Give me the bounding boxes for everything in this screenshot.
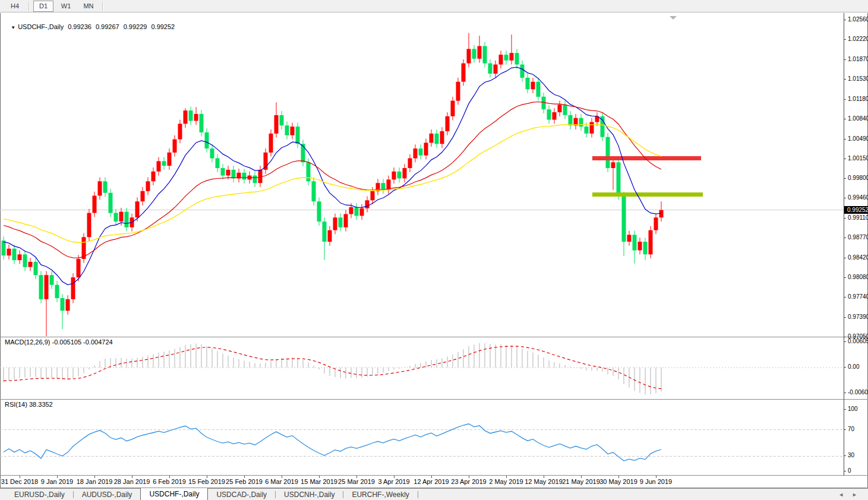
axis-label: 0.97740 [848, 293, 868, 300]
axis-label: 1.00150 [848, 155, 868, 162]
date-label: 25 Mar 2019 [338, 478, 375, 485]
axis-label: 0.99800 [848, 175, 868, 182]
macd-histogram [4, 343, 661, 395]
tab-scroll-right-button[interactable]: ► [852, 492, 857, 498]
symbol-title: USDCHF-,Daily [18, 23, 64, 30]
date-label: 25 Feb 2019 [226, 478, 263, 485]
date-label: 3 Apr 2019 [378, 478, 409, 485]
date-label: 9 Jun 2019 [640, 478, 672, 485]
date-label: 12 May 2019 [525, 478, 563, 485]
date-label: 31 Dec 2018 [1, 478, 38, 485]
toolbar-separator [29, 2, 30, 11]
axis-tick [844, 455, 846, 456]
axis-tick [844, 20, 846, 20]
axis-tick [844, 337, 846, 337]
chart-shift-marker-icon [670, 16, 677, 20]
tab-usdcnh[interactable]: USDCNH-,Daily [276, 489, 343, 500]
axis-label: 1.01530 [848, 75, 868, 83]
axis-tick [844, 99, 846, 100]
tab-usdcad[interactable]: USDCAD-,Daily [208, 489, 275, 500]
rsi-label: RSI(14) 38.3352 [5, 401, 53, 408]
axis-tick [844, 39, 846, 40]
axis-tick [844, 178, 846, 179]
date-label: 15 Mar 2019 [301, 478, 337, 485]
axis-label: 1.02220 [848, 36, 868, 43]
axis-tick [844, 159, 846, 159]
date-label: 2 May 2019 [489, 478, 523, 485]
axis-label: 70 [848, 426, 854, 433]
axis-tick [844, 367, 846, 368]
axis-tick [844, 139, 846, 140]
date-label: 30 May 2019 [599, 478, 637, 485]
timeframe-button-d1[interactable]: D1 [33, 1, 53, 12]
macd-name: MACD(12,26,9) [5, 338, 50, 346]
toolbar-separator [102, 2, 103, 11]
current-price-badge: 0.99252 [844, 206, 868, 214]
macd-canvas[interactable] [0, 337, 844, 399]
timeframe-button-mn[interactable]: MN [78, 1, 99, 12]
tab-scroll-left-button[interactable]: ◄ [838, 492, 844, 498]
ohlc-open: 0.99236 [68, 23, 91, 30]
tab-eurusd[interactable]: EURUSD-,Daily [6, 489, 73, 500]
axis-tick [844, 238, 846, 238]
price-chart-canvas[interactable] [0, 13, 844, 337]
date-label: 9 Jan 2019 [41, 478, 73, 485]
tab-eurchf[interactable]: EURCHF-,Weekly [343, 489, 417, 500]
symbol-tab-bar: EURUSD-,Daily AUDUSD-,Daily USDCHF-,Dail… [0, 488, 868, 500]
axis-tick [844, 218, 846, 219]
date-label: 12 Apr 2019 [414, 478, 449, 485]
ohlc-low: 0.99229 [124, 23, 147, 30]
axis-label: 0.006058 [848, 338, 868, 345]
axis-label: 0.97390 [848, 314, 868, 321]
axis-label: 0 [848, 467, 851, 474]
axis-label: -0.006096 [848, 389, 868, 396]
tab-usdchf[interactable]: USDCHF-,Daily [140, 488, 208, 500]
axis-tick [844, 198, 846, 198]
timeframe-toolbar: H4 D1 W1 MN [0, 0, 868, 12]
axis-tick [844, 393, 846, 393]
axis-label: 1.00840 [848, 115, 868, 122]
timeframe-button-h4[interactable]: H4 [5, 1, 25, 12]
timeframe-button-w1[interactable]: W1 [56, 1, 76, 12]
ma-slow-yellow [4, 125, 661, 243]
ma-fast-blue [4, 67, 661, 284]
date-label: 28 Jan 2019 [114, 478, 150, 485]
date-label: 23 Apr 2019 [451, 478, 486, 485]
mt4-chart-app: H4 D1 W1 MN ▼USDCHF-,Daily0.992360.99267… [0, 0, 868, 500]
date-axis[interactable]: 31 Dec 20189 Jan 201918 Jan 201928 Jan 2… [0, 475, 844, 488]
rsi-canvas[interactable] [0, 400, 844, 475]
axis-label: 0.00 [848, 363, 859, 371]
chart-title: ▼USDCHF-,Daily0.992360.992670.992290.992… [4, 16, 175, 37]
axis-label: 0.98080 [848, 274, 868, 281]
rsi-name: RSI(14) [5, 401, 27, 408]
ohlc-close: 0.99252 [151, 23, 175, 30]
ohlc-high: 0.99267 [96, 23, 119, 30]
date-label: 15 Feb 2019 [188, 478, 225, 485]
macd-values: -0.005105 -0.004724 [52, 338, 112, 346]
hline-support [592, 192, 703, 197]
axis-tick [844, 258, 846, 258]
axis-tick [844, 277, 846, 278]
axis-label: 1.00490 [848, 135, 868, 143]
price-axis[interactable]: 0.99252 1.025601.022201.018701.015301.01… [844, 13, 868, 476]
ma-mid-red [4, 102, 661, 258]
axis-tick [844, 471, 846, 471]
axis-tick [844, 429, 846, 430]
tab-separator [418, 491, 418, 498]
axis-label: 1.01180 [848, 96, 868, 103]
axis-label: 0.98770 [848, 234, 868, 241]
axis-tick [844, 409, 846, 410]
macd-label: MACD(12,26,9) -0.005105 -0.004724 [5, 338, 113, 346]
axis-tick [844, 59, 846, 60]
axis-label: 30 [848, 452, 854, 459]
tab-audusd[interactable]: AUDUSD-,Daily [74, 489, 141, 500]
axis-label: 100 [848, 406, 858, 413]
date-label: 6 Feb 2019 [153, 478, 186, 485]
axis-label: 0.99460 [848, 194, 868, 201]
axis-tick [844, 341, 846, 342]
date-label: 6 Mar 2019 [265, 478, 298, 485]
chart-menu-arrow-icon[interactable]: ▼ [11, 25, 15, 30]
date-label: 21 May 2019 [562, 478, 600, 485]
axis-label: 1.01870 [848, 56, 868, 63]
axis-label: 0.99110 [848, 214, 868, 221]
